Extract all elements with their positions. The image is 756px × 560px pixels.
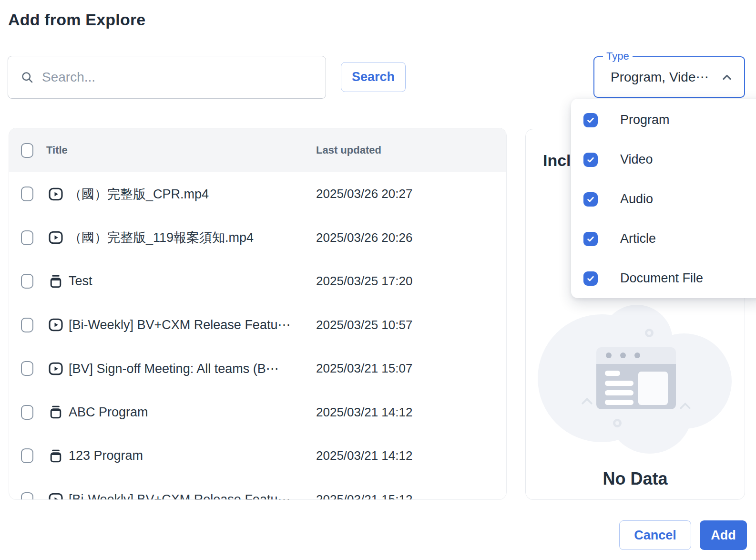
search-button[interactable]: Search <box>341 62 406 92</box>
chevron-up-icon <box>720 71 734 84</box>
checked-checkbox[interactable] <box>583 232 598 246</box>
select-all-checkbox[interactable] <box>21 143 33 158</box>
type-filter-dropdown: Program Video Audio Article <box>571 99 756 298</box>
cancel-button[interactable]: Cancel <box>619 520 691 550</box>
row-checkbox[interactable] <box>21 274 33 289</box>
video-icon <box>49 230 63 245</box>
table-row[interactable]: [BV] Sign-off Meeting: All teams (B⋯ 202… <box>9 347 506 391</box>
table-row[interactable]: [Bi-Weekly] BV+CXM Release Featu⋯ 2025/0… <box>9 478 506 500</box>
row-updated: 2025/03/21 15:12 <box>316 492 412 500</box>
video-icon <box>49 187 63 201</box>
table-row[interactable]: Test 2025/03/25 17:20 <box>9 259 506 303</box>
row-updated: 2025/03/21 14:12 <box>316 448 412 463</box>
table-row[interactable]: 123 Program 2025/03/21 14:12 <box>9 434 506 478</box>
decorative-circle <box>613 419 622 427</box>
type-option[interactable]: Document File <box>571 259 756 298</box>
type-option-label: Article <box>620 231 656 246</box>
row-updated: 2025/03/25 10:57 <box>316 318 412 332</box>
type-option-label: Document File <box>620 271 703 286</box>
search-box <box>8 56 326 99</box>
type-option[interactable]: Video <box>571 140 756 179</box>
row-title: Test <box>69 274 92 289</box>
row-checkbox[interactable] <box>21 492 33 500</box>
check-icon <box>586 195 595 204</box>
video-icon <box>49 492 63 500</box>
type-option[interactable]: Audio <box>571 179 756 219</box>
column-header-title: Title <box>46 144 68 156</box>
browser-window-body <box>596 364 676 409</box>
type-option-label: Video <box>620 152 653 167</box>
row-checkbox[interactable] <box>21 187 33 201</box>
row-checkbox[interactable] <box>21 318 33 332</box>
row-updated: 2025/03/26 20:26 <box>316 230 412 245</box>
table-header: Title Last updated <box>9 128 506 172</box>
row-updated: 2025/03/26 20:27 <box>316 187 412 201</box>
table-body: （國）完整版_CPR.mp4 2025/03/26 20:27 （國）完整版_1… <box>9 172 506 500</box>
checked-checkbox[interactable] <box>583 153 598 167</box>
add-from-explore-dialog: Add from Explore Search Type Program, Vi… <box>0 0 756 560</box>
table-row[interactable]: [Bi-Weekly] BV+CXM Release Featu⋯ 2025/0… <box>9 303 506 347</box>
page-title: Add from Explore <box>8 10 145 29</box>
explore-items-table: Title Last updated （國）完整版_CPR.mp4 2025/0… <box>9 128 507 500</box>
check-icon <box>586 235 595 243</box>
checked-checkbox[interactable] <box>583 113 598 127</box>
row-updated: 2025/03/21 14:12 <box>316 405 412 420</box>
row-title: [BV] Sign-off Meeting: All teams (B⋯ <box>69 361 279 376</box>
checked-checkbox[interactable] <box>583 271 598 286</box>
column-header-last-updated: Last updated <box>316 144 381 156</box>
program-icon <box>49 274 63 289</box>
check-icon <box>586 274 595 283</box>
row-title: 123 Program <box>69 448 143 463</box>
type-option[interactable]: Program <box>571 100 756 140</box>
check-icon <box>586 116 595 124</box>
row-title: ABC Program <box>69 405 148 420</box>
video-icon <box>49 318 63 332</box>
row-checkbox[interactable] <box>21 361 33 376</box>
browser-window-header <box>596 347 676 364</box>
type-filter-select[interactable]: Type Program, Vide⋯ <box>593 56 745 98</box>
row-title: （國）完整版_119報案須知.mp4 <box>69 229 254 246</box>
table-row[interactable]: （國）完整版_CPR.mp4 2025/03/26 20:27 <box>9 172 506 216</box>
type-filter-label: Type <box>603 50 633 62</box>
row-checkbox[interactable] <box>21 448 33 463</box>
decorative-circle <box>645 329 654 337</box>
row-checkbox[interactable] <box>21 230 33 245</box>
row-updated: 2025/03/25 17:20 <box>316 274 412 289</box>
check-icon <box>586 156 595 164</box>
search-input[interactable] <box>41 69 320 85</box>
type-option-label: Program <box>620 113 670 127</box>
program-icon <box>49 405 63 419</box>
row-title: （國）完整版_CPR.mp4 <box>69 186 209 203</box>
type-option[interactable]: Article <box>571 219 756 259</box>
row-checkbox[interactable] <box>21 405 33 420</box>
table-row[interactable]: （國）完整版_119報案須知.mp4 2025/03/26 20:26 <box>9 216 506 260</box>
no-data-illustration <box>596 347 676 409</box>
row-title: [Bi-Weekly] BV+CXM Release Featu⋯ <box>69 492 290 500</box>
row-updated: 2025/03/21 15:07 <box>316 361 412 376</box>
panel-heading: Incl <box>543 151 571 170</box>
search-icon <box>20 71 34 84</box>
type-option-label: Audio <box>620 192 653 207</box>
checked-checkbox[interactable] <box>583 192 598 207</box>
video-icon <box>49 362 63 376</box>
program-icon <box>49 449 63 463</box>
type-filter-value: Program, Vide⋯ <box>611 69 720 85</box>
table-row[interactable]: ABC Program 2025/03/21 14:12 <box>9 391 506 435</box>
empty-state-text: No Data <box>526 469 745 489</box>
add-button[interactable]: Add <box>700 520 747 550</box>
row-title: [Bi-Weekly] BV+CXM Release Featu⋯ <box>69 317 290 332</box>
